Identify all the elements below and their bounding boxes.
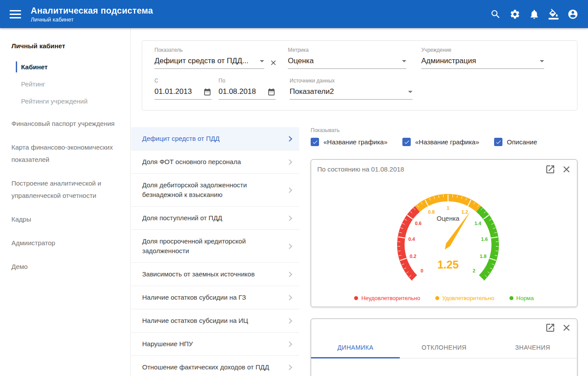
list-item[interactable]: Доля дебиторской задолженности безнадежн… bbox=[131, 174, 299, 207]
checkbox-description[interactable]: Описание bbox=[494, 138, 537, 146]
legend-dot-icon bbox=[354, 296, 358, 300]
date-from-value: 01.01.2013 bbox=[154, 87, 192, 96]
field-date-to: По 01.08.2018 bbox=[219, 78, 276, 100]
metric-select[interactable]: Оценка bbox=[288, 57, 406, 69]
checkbox-label: «Название графика» bbox=[415, 138, 479, 146]
close-icon[interactable] bbox=[561, 322, 572, 333]
chevron-right-icon bbox=[287, 159, 292, 165]
field-label: Учреждение bbox=[421, 47, 544, 53]
indicator-value: Дефицит средств от ПДД... bbox=[154, 57, 248, 65]
list-item-label: Наличие остатков субсидии на ГЗ bbox=[142, 293, 287, 302]
svg-text:0.6: 0.6 bbox=[415, 221, 421, 226]
sidebar-item-indicator-map[interactable]: Карта финансово-экономических показателе… bbox=[0, 141, 130, 166]
notifications-icon[interactable] bbox=[529, 9, 540, 20]
svg-text:1: 1 bbox=[447, 205, 449, 211]
date-to-input[interactable]: 01.08.2018 bbox=[219, 87, 276, 100]
close-icon[interactable] bbox=[561, 164, 572, 175]
field-date-from: С 01.01.2013 bbox=[154, 78, 212, 100]
svg-text:0.2: 0.2 bbox=[409, 254, 416, 259]
expand-icon[interactable] bbox=[545, 164, 556, 175]
sidebar-item-institution-ratings[interactable]: Рейтинги учреждений bbox=[0, 93, 130, 110]
sidebar-item-financial-passport[interactable]: Финансовый паспорт учреждения bbox=[0, 118, 130, 130]
checkbox-label: «Название графика» bbox=[323, 138, 387, 146]
field-label: Метрика bbox=[288, 47, 406, 53]
show-options: «Название графика» «Название графика» Оп… bbox=[311, 138, 577, 146]
charts-panel: Показывать «Название графика» «Название … bbox=[299, 127, 588, 376]
dynamics-card: ДИНАМИКА ОТКЛОНЕНИЯ ЗНАЧЕНИЯ bbox=[311, 319, 577, 376]
list-item[interactable]: Наличие остатков субсидии на ГЗ bbox=[131, 286, 299, 309]
svg-text:1.25: 1.25 bbox=[437, 258, 459, 271]
search-icon[interactable] bbox=[490, 9, 501, 20]
sidebar-item-reporting[interactable]: Построение аналитической и управленческо… bbox=[0, 177, 130, 202]
fill-color-icon[interactable] bbox=[548, 9, 559, 20]
institution-select[interactable]: Администрация bbox=[421, 57, 544, 69]
data-source-select[interactable]: Показатели2 bbox=[290, 87, 412, 100]
settings-icon[interactable] bbox=[509, 9, 520, 20]
app-header: Аналитическая подсистема Личный кабинет bbox=[0, 0, 588, 28]
legend-item: Удовлетворительно bbox=[435, 295, 495, 301]
account-icon[interactable] bbox=[567, 9, 578, 20]
legend-dot-icon bbox=[509, 296, 513, 300]
expand-icon[interactable] bbox=[545, 322, 556, 333]
sidebar-item-rating[interactable]: Рейтинг bbox=[0, 75, 130, 93]
svg-text:1.6: 1.6 bbox=[481, 236, 488, 242]
sidebar-item-demo[interactable]: Демо bbox=[0, 261, 130, 273]
sidebar-item-cabinet[interactable]: Кабинет bbox=[0, 58, 130, 75]
chevron-right-icon bbox=[287, 341, 292, 347]
list-item-label: Доля ФОТ основного персонала bbox=[142, 157, 287, 167]
tab-dynamics[interactable]: ДИНАМИКА bbox=[311, 337, 400, 358]
tab-values[interactable]: ЗНАЧЕНИЯ bbox=[488, 337, 577, 358]
gauge-chart: 00.20.40.60.811.21.41.61.82Оценка1.25 bbox=[316, 175, 580, 294]
list-item[interactable]: Наличие остатков субсидии на ИЦ bbox=[131, 309, 299, 333]
list-item-label: Зависимость от заемных источников bbox=[142, 269, 287, 279]
indicator-list: Дефицит средств от ПДД Доля ФОТ основног… bbox=[131, 127, 299, 376]
dropdown-arrow-icon bbox=[402, 60, 406, 62]
field-data-source: Источники данных Показатели2 bbox=[290, 78, 412, 100]
list-item[interactable]: Доля поступлений от ПДД bbox=[131, 207, 299, 230]
menu-icon[interactable] bbox=[10, 8, 21, 21]
gauge-card: По состоянию на 01.08.2018 00.20.40.60.8… bbox=[311, 159, 577, 307]
calendar-icon[interactable] bbox=[267, 88, 276, 96]
sidebar-item-hr[interactable]: Кадры bbox=[0, 213, 130, 226]
legend-label: Неудовлетворительно bbox=[361, 295, 420, 301]
indicator-select[interactable]: Дефицит средств от ПДД... bbox=[154, 57, 264, 69]
checkbox-checked-icon bbox=[494, 138, 502, 146]
field-label: По bbox=[219, 78, 276, 84]
svg-text:1.2: 1.2 bbox=[461, 209, 468, 215]
list-item[interactable]: Доля ФОТ основного персонала bbox=[131, 150, 299, 174]
chevron-right-icon bbox=[287, 272, 292, 277]
chevron-right-icon bbox=[287, 215, 292, 221]
app-subtitle: Личный кабинет bbox=[31, 16, 153, 23]
list-item[interactable]: Зависимость от заемных источников bbox=[131, 263, 299, 286]
show-options-label: Показывать bbox=[311, 127, 577, 133]
list-item-label: Нарушение НПУ bbox=[142, 339, 287, 349]
gauge-card-title: По состоянию на 01.08.2018 bbox=[316, 164, 404, 173]
list-item[interactable]: Дефицит средств от ПДД bbox=[131, 127, 299, 150]
sidebar-item-administrator[interactable]: Адмиистратор bbox=[0, 237, 130, 249]
svg-text:Оценка: Оценка bbox=[437, 215, 460, 222]
header-icons bbox=[490, 9, 578, 20]
svg-text:1.8: 1.8 bbox=[480, 254, 486, 259]
filter-panel: Показатель Дефицит средств от ПДД... Мет… bbox=[142, 40, 577, 111]
date-from-input[interactable]: 01.01.2013 bbox=[154, 87, 212, 100]
chevron-right-icon bbox=[287, 187, 292, 193]
field-indicator: Показатель Дефицит средств от ПДД... bbox=[154, 47, 277, 69]
svg-text:2: 2 bbox=[473, 268, 475, 273]
chevron-right-icon bbox=[287, 244, 292, 249]
main-content: Показатель Дефицит средств от ПДД... Мет… bbox=[131, 28, 588, 376]
calendar-icon[interactable] bbox=[203, 88, 212, 96]
list-item-label: Доля поступлений от ПДД bbox=[142, 213, 287, 223]
list-item[interactable]: Нарушение НПУ bbox=[131, 333, 299, 356]
checkbox-chart-title-2[interactable]: «Название графика» bbox=[402, 138, 479, 146]
tab-deviations[interactable]: ОТКЛОНЕНИЯ bbox=[400, 337, 488, 358]
data-source-value: Показатели2 bbox=[290, 87, 334, 96]
checkbox-chart-title-1[interactable]: «Название графика» bbox=[311, 138, 387, 146]
field-metric: Метрика Оценка bbox=[288, 47, 406, 69]
chevron-right-icon bbox=[287, 365, 292, 370]
legend-label: Норма bbox=[516, 295, 534, 301]
clear-icon[interactable] bbox=[269, 59, 277, 67]
list-item[interactable]: Доля просроченной кредиторской задолженн… bbox=[131, 230, 299, 263]
tabs-bar: ДИНАМИКА ОТКЛОНЕНИЯ ЗНАЧЕНИЯ bbox=[311, 337, 577, 358]
list-item[interactable]: Отношение фактических доходов от ПДД bbox=[131, 356, 299, 376]
list-item-label: Доля дебиторской задолженности безнадежн… bbox=[142, 180, 287, 200]
